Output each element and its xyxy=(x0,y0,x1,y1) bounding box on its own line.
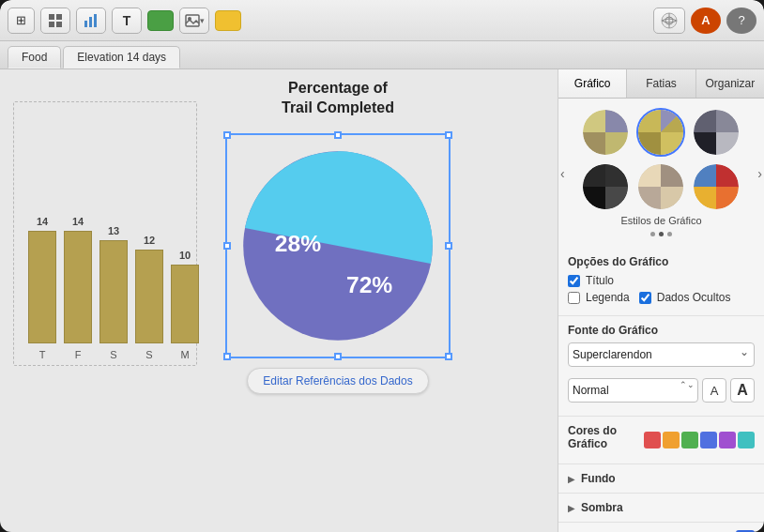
swatch-5[interactable] xyxy=(636,162,685,211)
swatch-nav-left[interactable]: ‹ xyxy=(560,166,565,181)
tab-food[interactable]: Food xyxy=(8,46,61,68)
color-swatch-5[interactable] xyxy=(719,432,736,448)
font-name-select[interactable]: Superclarendon xyxy=(568,342,755,367)
help-icon: ? xyxy=(738,13,744,27)
swatch-6[interactable] xyxy=(692,162,741,211)
pagination-dots xyxy=(566,232,756,236)
help-button[interactable]: ? xyxy=(726,8,756,34)
canvas-area: 14 T 14 F 13 S 12 S xyxy=(0,69,558,532)
svg-rect-1 xyxy=(56,14,62,20)
add-button[interactable]: ⊞ xyxy=(8,8,35,34)
font-small-btn[interactable]: A xyxy=(702,378,726,403)
handle-tr[interactable] xyxy=(445,131,452,139)
handle-bl[interactable] xyxy=(223,353,231,360)
handle-tm[interactable] xyxy=(334,131,342,139)
add-icon: ⊞ xyxy=(16,13,26,27)
fundo-arrow: ▶ xyxy=(568,474,575,484)
bar-group-f: 14 F xyxy=(64,216,92,360)
pie-chart-wrapper[interactable]: 28% 72% xyxy=(225,133,451,358)
color-swatch-3[interactable] xyxy=(681,432,698,448)
titulo-row: Título xyxy=(568,274,755,287)
font-style-wrapper: Normal xyxy=(568,378,698,403)
titulo-checkbox[interactable] xyxy=(568,275,580,287)
style-swatches: ‹ xyxy=(558,99,764,248)
share-icon xyxy=(661,12,678,29)
bar-s2 xyxy=(135,250,163,343)
color-swatch-1[interactable] xyxy=(644,432,661,448)
cores-title: Cores do Gráfico xyxy=(568,424,644,450)
sombra-arrow: ▶ xyxy=(568,503,575,513)
grid-button[interactable] xyxy=(40,8,70,34)
svg-rect-4 xyxy=(84,21,87,27)
bar-group-t: 14 T xyxy=(28,216,56,360)
svg-text:72%: 72% xyxy=(346,272,392,297)
opcoes-section: Opções do Gráfico Título Legenda Dados O… xyxy=(558,248,764,316)
cores-row: Cores do Gráfico xyxy=(568,424,755,456)
legenda-label: Legenda xyxy=(586,291,630,304)
text-button[interactable]: T xyxy=(112,8,142,34)
fonte-section: Fonte do Gráfico Superclarendon Normal A… xyxy=(558,316,764,417)
person-button[interactable]: A xyxy=(691,8,721,34)
font-style-select[interactable]: Normal xyxy=(568,378,698,403)
handle-tl[interactable] xyxy=(223,131,231,139)
sombra-title: Sombra xyxy=(581,501,623,514)
font-style-row: Normal A A xyxy=(568,378,755,403)
dados-ocultos-checkbox[interactable] xyxy=(639,292,651,304)
font-big-btn[interactable]: A xyxy=(730,378,755,403)
dot-1 xyxy=(650,232,655,236)
panel-tab-fatias[interactable]: Fatias xyxy=(627,69,695,98)
legenda-row: Legenda xyxy=(568,291,630,304)
pie-section: Percentage of Trail Completed xyxy=(188,79,488,394)
chart-button[interactable] xyxy=(76,8,106,34)
bar-f xyxy=(64,231,92,343)
chart-title: Percentage of Trail Completed xyxy=(282,79,394,118)
image-icon xyxy=(185,14,200,27)
tab-elevation[interactable]: Elevation 14 days xyxy=(63,46,180,68)
person-icon: A xyxy=(701,13,710,27)
dados-ocultos-row: Dados Ocultos xyxy=(639,291,731,304)
swatch-4[interactable] xyxy=(581,162,630,211)
bar-group-s2: 12 S xyxy=(135,235,163,360)
image-button[interactable]: ▾ xyxy=(179,8,209,34)
color-swatches xyxy=(644,432,755,448)
legenda-checkbox[interactable] xyxy=(568,292,580,304)
tipo-section[interactable]: ▶ Tipo de Gráfico xyxy=(558,523,764,532)
fundo-section[interactable]: ▶ Fundo xyxy=(558,464,764,494)
svg-text:28%: 28% xyxy=(275,230,321,255)
bar-chart: 14 T 14 F 13 S 12 S xyxy=(0,88,206,388)
dados-ocultos-label: Dados Ocultos xyxy=(657,291,731,304)
swatch-3[interactable] xyxy=(692,108,741,157)
panel-tab-grafico[interactable]: Gráfico xyxy=(558,69,627,98)
handle-br[interactable] xyxy=(445,353,452,360)
handle-mr[interactable] xyxy=(445,242,452,250)
color-swatch-2[interactable] xyxy=(663,432,680,448)
swatch-grid xyxy=(566,108,756,211)
color-swatch-6[interactable] xyxy=(738,432,755,448)
svg-rect-6 xyxy=(94,14,97,27)
main-content: 14 T 14 F 13 S 12 S xyxy=(0,69,764,532)
cores-section: Cores do Gráfico xyxy=(558,417,764,464)
fonte-title: Fonte do Gráfico xyxy=(568,324,755,337)
color-swatch-4[interactable] xyxy=(700,432,717,448)
green-button[interactable] xyxy=(147,10,174,31)
yellow-button[interactable] xyxy=(215,10,241,31)
swatch-1[interactable] xyxy=(581,108,630,157)
opcoes-title: Opções do Gráfico xyxy=(568,255,755,268)
svg-rect-5 xyxy=(89,17,92,27)
swatch-2[interactable] xyxy=(636,108,685,157)
panel-tab-organizar[interactable]: Organizar xyxy=(696,69,764,98)
bar-s1 xyxy=(99,240,128,343)
pie-svg: 28% 72% xyxy=(233,141,443,351)
handle-bm[interactable] xyxy=(334,353,342,360)
share-button[interactable] xyxy=(653,8,685,34)
font-name-wrapper: Superclarendon xyxy=(568,342,755,372)
titulo-label: Título xyxy=(586,274,614,287)
fundo-title: Fundo xyxy=(581,472,616,485)
tabs-row: Food Elevation 14 days xyxy=(0,41,764,69)
swatch-nav-right[interactable]: › xyxy=(757,166,762,181)
sombra-section[interactable]: ▶ Sombra xyxy=(558,494,764,523)
svg-rect-2 xyxy=(49,22,54,27)
handle-ml[interactable] xyxy=(223,242,231,250)
edit-references-button[interactable]: Editar Referências dos Dados xyxy=(247,368,428,394)
right-panel: Gráfico Fatias Organizar ‹ xyxy=(558,69,764,532)
